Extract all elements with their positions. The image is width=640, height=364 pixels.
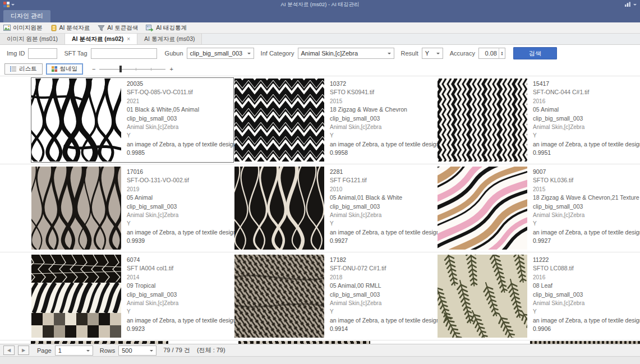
zoom-slider-handle[interactable]: [119, 66, 122, 72]
document-tabstrip: 이미지 원본 (ms01) AI 분석자료 (ms02) × AI 통계자료 (…: [0, 34, 640, 45]
toolbar-item-ai-token-search[interactable]: AI 토큰검색: [98, 24, 138, 32]
card-img-id: 15417: [533, 80, 640, 88]
page-select[interactable]: 1: [55, 345, 93, 356]
tab-image-original[interactable]: 이미지 원본 (ms01): [0, 34, 65, 44]
chevron-down-icon: [436, 53, 440, 56]
result-card[interactable]: 9007 SFTO KL036.tif 2015 18 Zigzag & Wav…: [437, 165, 640, 251]
card-inf-category: Animal Skin,[c]Zebra: [127, 123, 237, 131]
card-inf-category: Animal Skin,[c]Zebra: [533, 299, 640, 307]
card-row: 6074 SFT IA004 col1.tif 2014 09 Tropical…: [0, 252, 640, 340]
chevron-down-icon: [247, 53, 251, 56]
toolbar-item-ai-tagging-stats[interactable]: AI 태깅통계: [146, 24, 187, 32]
card-gubun: clip_big_small_003: [127, 291, 237, 299]
card-filename: SFT-ONU-072 C#1.tif: [330, 264, 440, 273]
sft-tag-label: SFT Tag: [64, 50, 87, 57]
spinner-arrows-icon[interactable]: ▲▼: [499, 48, 505, 58]
card-category: 05 Animal: [533, 105, 640, 114]
accuracy-spinner[interactable]: 0.08 ▲▼: [478, 48, 505, 59]
quick-menu-caret-icon[interactable]: [11, 4, 15, 7]
card-inf-category: Animal Skin,[c]Zebra: [330, 123, 440, 131]
zoom-slider-track[interactable]: [99, 66, 165, 72]
toolbar-item-image-original[interactable]: 이미지원본: [3, 24, 43, 32]
card-filename: SFT-OO-131-VO-002.tif: [127, 176, 237, 185]
app-icon[interactable]: [3, 2, 10, 7]
result-count: 79 / 79 건: [163, 346, 190, 354]
img-id-input[interactable]: [28, 48, 57, 59]
result-card[interactable]: 6074 SFT IA004 col1.tif 2014 09 Tropical…: [31, 254, 234, 339]
card-year: 2015: [533, 185, 640, 193]
card-filename: SFT IA004 col1.tif: [127, 264, 237, 273]
result-card[interactable]: 10372 SFTO KS0941.tif 2015 18 Zigzag & W…: [234, 77, 437, 163]
total-count: (전체 : 79): [197, 346, 225, 354]
stats-window-icon: [146, 25, 154, 31]
next-page-button[interactable]: ▶: [18, 345, 29, 355]
card-grid: 20035 SFT-OQ-085-VO-C011.tif 2021 01 Bla…: [0, 76, 640, 344]
gubun-select[interactable]: clip_big_small_003: [187, 48, 254, 59]
tab-ai-analysis[interactable]: AI 분석자료 (ms02) ×: [65, 34, 137, 44]
partial-pattern-thumbnail[interactable]: [238, 341, 370, 344]
pagination-bar: ◀ ▶ Page 1 Rows 500 79 / 79 건 (전체 : 79): [0, 344, 640, 356]
thumbnail-view-button[interactable]: 썸네일: [46, 63, 84, 75]
card-category: 08 Leaf: [533, 282, 640, 290]
menu-bar: 디자인 관리: [0, 9, 640, 22]
card-result: Y: [330, 131, 440, 140]
inf-category-select[interactable]: Animal Skin,[c]Zebra: [298, 48, 394, 59]
zoom-slider[interactable]: − +: [92, 66, 173, 72]
card-inf-category: Animal Skin,[c]Zebra: [533, 211, 640, 219]
result-card[interactable]: 15417 SFT-ONC-044 C#1.tif 2016 05 Animal…: [437, 77, 640, 163]
card-accuracy: 0.9927: [533, 237, 640, 245]
card-result: Y: [127, 131, 237, 140]
rows-select[interactable]: 500: [118, 345, 156, 356]
chart-mini-icon[interactable]: [624, 2, 631, 7]
pattern-thumbnail[interactable]: [234, 255, 324, 338]
card-category: 01 Black & White,05 Animal: [127, 105, 237, 114]
list-view-button[interactable]: 리스트: [4, 63, 43, 75]
card-caption: an image of Zebra, a type of textile des…: [127, 228, 237, 237]
result-card[interactable]: 11222 SFTO LC088.tif 2016 08 Leaf clip_b…: [437, 254, 640, 339]
pattern-thumbnail[interactable]: [438, 79, 527, 162]
filter-bar: Img ID SFT Tag Gubun clip_big_small_003 …: [0, 45, 640, 62]
zoom-in-icon[interactable]: +: [169, 66, 173, 72]
card-inf-category: Animal Skin,[c]Zebra: [330, 299, 440, 307]
card-gubun: clip_big_small_003: [127, 202, 237, 211]
card-metadata: 2281 SFT FG121.tif 2010 05 Animal,01 Bla…: [324, 166, 440, 250]
card-year: 2016: [533, 273, 640, 282]
card-metadata: 20035 SFT-OQ-085-VO-C011.tif 2021 01 Bla…: [121, 78, 237, 162]
pattern-thumbnail[interactable]: [438, 255, 527, 338]
inf-category-label: Inf Category: [261, 50, 294, 57]
result-card[interactable]: 17016 SFT-OO-131-VO-002.tif 2019 05 Anim…: [31, 165, 234, 251]
toolbar-item-ai-analysis[interactable]: AI 분석자료: [50, 24, 90, 32]
pattern-thumbnail[interactable]: [234, 167, 324, 250]
menu-tab-design[interactable]: 디자인 관리: [3, 10, 50, 22]
filter-icon: [98, 25, 105, 31]
gubun-label: Gubun: [165, 50, 183, 57]
result-card[interactable]: 20035 SFT-OQ-085-VO-C011.tif 2021 01 Bla…: [31, 77, 234, 163]
titlebar-caret-icon[interactable]: [633, 4, 637, 7]
pattern-thumbnail[interactable]: [234, 79, 324, 162]
sft-tag-input[interactable]: [91, 48, 157, 59]
tab-close-icon[interactable]: ×: [127, 36, 130, 42]
partial-pattern-thumbnail[interactable]: [31, 341, 168, 344]
pattern-thumbnail[interactable]: [438, 167, 527, 250]
card-year: 2014: [127, 273, 237, 282]
result-card[interactable]: 2281 SFT FG121.tif 2010 05 Animal,01 Bla…: [234, 165, 437, 251]
card-metadata: 15417 SFT-ONC-044 C#1.tif 2016 05 Animal…: [527, 78, 640, 162]
prev-page-button[interactable]: ◀: [3, 345, 15, 355]
tab-ai-stats[interactable]: AI 통계자료 (ms03): [137, 34, 202, 44]
partial-pattern-thumbnail[interactable]: [530, 341, 640, 344]
result-select[interactable]: Y: [422, 48, 443, 59]
toolbar: 이미지원본 AI 분석자료 AI 토큰검색 AI 태깅통계: [0, 22, 640, 34]
pattern-thumbnail[interactable]: [31, 167, 121, 250]
chevron-down-icon: [388, 53, 391, 56]
card-caption: an image of Zebra, a type of textile des…: [330, 316, 440, 325]
card-year: 2010: [330, 185, 440, 193]
zoom-out-icon[interactable]: −: [92, 66, 95, 72]
card-accuracy: 0.9906: [533, 325, 640, 333]
card-metadata: 9007 SFTO KL036.tif 2015 18 Zigzag & Wav…: [527, 166, 640, 250]
pattern-thumbnail[interactable]: [31, 79, 121, 162]
result-card[interactable]: 17182 SFT-ONU-072 C#1.tif 2018 05 Animal…: [234, 254, 437, 339]
search-button[interactable]: 검색: [513, 47, 557, 59]
card-gubun: clip_big_small_003: [330, 202, 440, 211]
pattern-thumbnail[interactable]: [31, 255, 121, 338]
bottom-status-strip: [0, 356, 640, 364]
